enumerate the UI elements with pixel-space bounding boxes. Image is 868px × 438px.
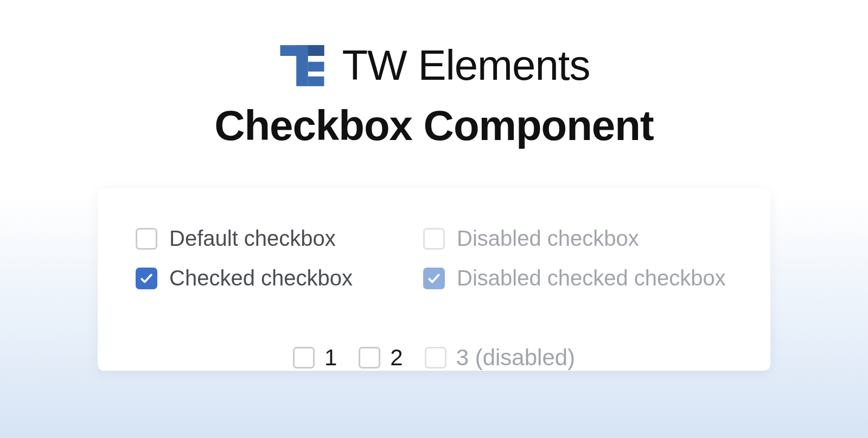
checkbox-box-icon[interactable]: [359, 347, 380, 369]
checkbox-label: Checked checkbox: [169, 266, 353, 290]
svg-rect-4: [308, 76, 324, 86]
checkbox-label: Disabled checked checkbox: [457, 266, 726, 290]
checkbox-grid: Default checkbox Checked checkbox Disabl…: [136, 226, 732, 290]
svg-rect-3: [308, 61, 324, 71]
checkbox-label: 1: [324, 345, 337, 371]
inline-checkbox-row: 1 2 3 (disabled): [136, 345, 732, 371]
checkbox-box-icon[interactable]: [293, 347, 315, 369]
brand-row: TW Elements: [0, 41, 868, 90]
checkbox-label: Default checkbox: [169, 226, 336, 251]
page-subtitle: Checkbox Component: [0, 101, 868, 150]
demo-card: Default checkbox Checked checkbox Disabl…: [98, 188, 770, 371]
inline-checkbox-3: 3 (disabled): [425, 345, 575, 371]
checkbox-column-right: Disabled checkbox Disabled checked check…: [423, 226, 726, 290]
checkbox-column-left: Default checkbox Checked checkbox: [136, 226, 391, 290]
inline-checkbox-1[interactable]: 1: [293, 345, 337, 371]
checkbox-box-disabled-icon: [425, 347, 446, 369]
checkbox-checked[interactable]: Checked checkbox: [136, 266, 391, 290]
checkbox-box-disabled-icon: [423, 228, 445, 250]
checkbox-box-disabled-checked-icon: [423, 268, 445, 289]
checkbox-default[interactable]: Default checkbox: [136, 226, 391, 251]
checkbox-disabled-checked: Disabled checked checkbox: [423, 266, 726, 290]
checkbox-label: 3 (disabled): [456, 345, 575, 371]
header: TW Elements Checkbox Component: [0, 0, 868, 150]
checkbox-box-icon[interactable]: [136, 228, 157, 250]
checkbox-box-checked-icon[interactable]: [136, 268, 157, 289]
checkbox-disabled: Disabled checkbox: [423, 226, 726, 251]
checkbox-label: Disabled checkbox: [457, 226, 639, 251]
inline-checkbox-2[interactable]: 2: [359, 345, 403, 371]
svg-rect-2: [308, 45, 324, 56]
svg-rect-1: [297, 45, 309, 86]
checkbox-label: 2: [390, 345, 403, 371]
brand-logo-icon: [278, 41, 327, 90]
brand-name: TW Elements: [342, 41, 590, 90]
